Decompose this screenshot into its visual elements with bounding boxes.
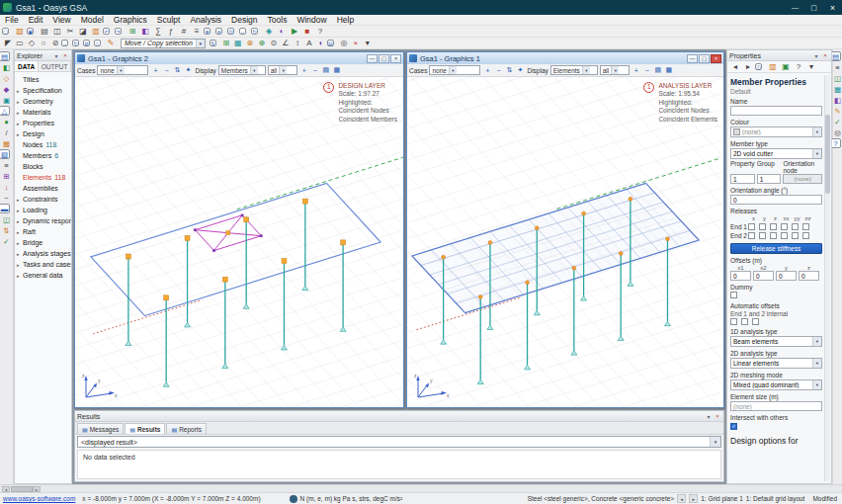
- maximize-button[interactable]: ▢: [804, 0, 823, 15]
- tree-design[interactable]: ▸ Design: [15, 128, 71, 139]
- grid-icon[interactable]: #: [178, 26, 190, 37]
- results-header[interactable]: Results ▾ ×: [75, 411, 723, 422]
- geometry-icon[interactable]: ◇: [1, 73, 12, 83]
- offset-input[interactable]: 0: [799, 271, 819, 281]
- panel-collapse-icon[interactable]: ▾: [705, 412, 713, 420]
- release-stiffness-button[interactable]: Release stiffness: [730, 243, 822, 254]
- bridge-icon[interactable]: ◫: [1, 214, 12, 224]
- release-checkbox[interactable]: [792, 223, 799, 230]
- oasys-website-link[interactable]: www.oasys-software.com: [3, 495, 75, 502]
- layers-icon[interactable]: ▤: [327, 40, 334, 46]
- assemblies-icon[interactable]: ≡: [1, 160, 12, 170]
- display-select[interactable]: Elements▾: [550, 65, 598, 75]
- offset-input[interactable]: 0: [776, 271, 797, 281]
- auto-offset-end1-checkbox[interactable]: [730, 318, 737, 325]
- mesh-icon[interactable]: ▦: [232, 38, 244, 48]
- tree-dynamic-response[interactable]: ▸ Dynamic response: [15, 215, 71, 226]
- graphics-canvas[interactable]: 1 ANALYSIS LAYER Scale: 1:95.54 Highligh…: [407, 77, 723, 407]
- graphics-canvas[interactable]: 1 DESIGN LAYER Scale: 1:97.27 Highlighte…: [75, 77, 403, 407]
- menu-help[interactable]: Help: [332, 15, 359, 25]
- window-minimize-button[interactable]: —: [687, 54, 698, 63]
- join-icon[interactable]: ⊕: [256, 38, 268, 48]
- rotate-view-icon[interactable]: ↻: [251, 28, 258, 35]
- tree-assemblies[interactable]: Assemblies: [15, 183, 71, 194]
- zoom-in-icon[interactable]: +: [299, 65, 309, 75]
- analysis-2d-select[interactable]: Linear elements ▾: [730, 358, 822, 369]
- zoom-out-icon[interactable]: −: [642, 65, 652, 75]
- tree-elements[interactable]: Elements 118: [15, 172, 71, 183]
- view-list-icon[interactable]: ▤: [321, 65, 331, 75]
- menu-sculpt[interactable]: Sculpt: [152, 15, 186, 25]
- element-size-input[interactable]: (none): [730, 401, 822, 411]
- grid-next-icon[interactable]: ▸: [689, 494, 698, 503]
- raft-icon[interactable]: ▬: [0, 204, 10, 213]
- label-icon[interactable]: A: [303, 38, 315, 48]
- titles-icon[interactable]: ▤: [0, 51, 10, 61]
- snap-icon[interactable]: ◎: [338, 38, 350, 48]
- charts-icon[interactable]: ◧: [832, 95, 842, 105]
- menu-file[interactable]: File: [0, 15, 24, 25]
- stages-icon[interactable]: ⇅: [1, 225, 12, 235]
- release-checkbox[interactable]: [781, 223, 788, 230]
- scrollbar-thumb[interactable]: [825, 115, 830, 194]
- panel-close-icon[interactable]: ×: [61, 51, 69, 59]
- gateways-icon[interactable]: ◫: [832, 73, 842, 83]
- chart-view-icon[interactable]: ◧: [139, 26, 151, 37]
- panel-close-icon[interactable]: ×: [714, 412, 721, 420]
- undo-icon[interactable]: ↶: [103, 28, 110, 35]
- menu-view[interactable]: View: [47, 15, 75, 25]
- nodes-icon[interactable]: ●: [1, 117, 12, 126]
- release-checkbox[interactable]: [770, 223, 777, 230]
- auto-offset-internal-checkbox[interactable]: [752, 318, 759, 325]
- release-checkbox[interactable]: [759, 223, 766, 230]
- tasks-icon[interactable]: ✓: [1, 236, 12, 246]
- select-box-icon[interactable]: ▭: [14, 38, 26, 48]
- close-button[interactable]: ×: [823, 0, 842, 15]
- tree-specification[interactable]: ▸ Specification: [15, 85, 71, 96]
- output-icon[interactable]: ▦: [832, 84, 842, 94]
- tab-reports[interactable]: ▤ Reports: [166, 423, 206, 434]
- elements-icon[interactable]: ▧: [0, 149, 10, 159]
- edit-icon[interactable]: ✎: [105, 38, 117, 48]
- view-grid-icon[interactable]: ▦: [664, 65, 674, 75]
- analysis-1d-select[interactable]: Beam elements ▾: [730, 336, 822, 347]
- tree-general-data[interactable]: ▸ General data: [15, 270, 71, 281]
- properties-header[interactable]: Properties ▾ ×: [727, 50, 831, 61]
- mirror-icon[interactable]: ⇄: [83, 40, 90, 46]
- array-icon[interactable]: ⊞: [220, 38, 232, 48]
- notes-icon[interactable]: ✎: [832, 106, 842, 116]
- sculpt-mode-select[interactable]: Move / Copy selection ▾: [121, 39, 206, 48]
- release-checkbox[interactable]: [748, 232, 755, 239]
- properties-icon[interactable]: ▣: [1, 95, 12, 105]
- explorer-header[interactable]: Explorer ▾ ×: [15, 50, 71, 61]
- zoom-in-icon[interactable]: +: [632, 65, 641, 75]
- members-icon[interactable]: /: [1, 127, 12, 137]
- window-restore-button[interactable]: ▢: [699, 54, 710, 63]
- window-minimize-button[interactable]: —: [367, 54, 378, 63]
- sum-icon[interactable]: ∑: [152, 26, 164, 37]
- cut-icon[interactable]: ✂: [64, 26, 76, 37]
- window-restore-button[interactable]: ▢: [379, 54, 389, 63]
- menu-design[interactable]: Design: [226, 15, 262, 25]
- meshing-mode-select[interactable]: Mixed (quad dominant) ▾: [730, 379, 822, 390]
- iso-view-icon[interactable]: ◈: [263, 26, 275, 37]
- dimension-icon[interactable]: ↕: [292, 38, 303, 48]
- highlight-icon[interactable]: ✦: [183, 65, 193, 75]
- highlight-icon[interactable]: ✦: [515, 65, 525, 75]
- tree-blocks[interactable]: Blocks: [15, 161, 71, 172]
- offset-input[interactable]: 0: [730, 271, 751, 281]
- zoom-out-icon[interactable]: ⊖: [215, 28, 222, 35]
- paint-icon[interactable]: ◐: [315, 38, 327, 48]
- orientation-node-button[interactable]: (none): [783, 174, 822, 184]
- next-property-icon[interactable]: ▸: [742, 61, 754, 72]
- tab-data[interactable]: DATA: [15, 61, 39, 71]
- lists-panel-icon[interactable]: ≡: [832, 62, 842, 72]
- tree-analysis-stages[interactable]: ▸ Analysis stages: [15, 248, 71, 259]
- entity-filter-select[interactable]: all▾: [268, 65, 297, 75]
- scale-icon[interactable]: △: [94, 40, 101, 46]
- menu-tools[interactable]: Tools: [263, 15, 293, 25]
- tree-geometry[interactable]: ▸ Geometry: [15, 96, 71, 107]
- function-icon[interactable]: ƒ: [165, 26, 177, 37]
- zoom-in-icon[interactable]: ⊕: [204, 28, 210, 35]
- menu-analysis[interactable]: Analysis: [185, 15, 226, 25]
